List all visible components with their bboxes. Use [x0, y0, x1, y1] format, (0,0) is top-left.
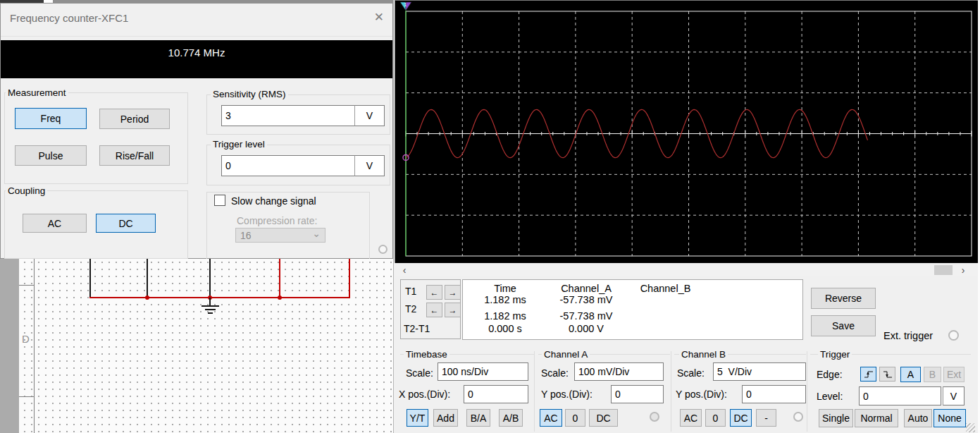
chevron-down-icon: ⌄ — [312, 228, 321, 239]
channel-b-ypos-label: Y pos.(Div): — [676, 389, 727, 400]
column-header-channel-b: Channel_B — [625, 283, 706, 294]
save-button[interactable]: Save — [811, 315, 876, 336]
trigger-level-input[interactable]: 0 — [859, 386, 941, 405]
channel-b-ypos-input[interactable]: 0 — [742, 385, 806, 403]
close-icon[interactable]: ✕ — [374, 10, 384, 25]
reverse-button[interactable]: Reverse — [811, 288, 876, 309]
dt-time: 0.000 s — [463, 323, 547, 334]
channel-b-scale-input[interactable]: 5 V/Div — [713, 362, 806, 381]
timebase-scale-input[interactable]: 100 ns/Div — [438, 362, 528, 381]
wire-junction — [278, 295, 282, 300]
slow-change-checkbox[interactable] — [214, 195, 225, 206]
falling-edge-icon[interactable] — [879, 367, 895, 382]
rising-edge-icon[interactable] — [860, 367, 876, 382]
wire-vertical[interactable] — [147, 259, 148, 298]
channel-b-label: Channel B — [679, 349, 728, 360]
trigger-auto-button[interactable]: Auto — [904, 409, 932, 427]
channel-a-label: Channel A — [542, 349, 590, 360]
column-header-channel-a: Channel_A — [547, 283, 625, 294]
timebase-xpos-input[interactable]: 0 — [464, 385, 528, 403]
t1-right-arrow-button[interactable]: → — [445, 285, 461, 300]
trigger-b-button[interactable]: B — [924, 367, 941, 382]
scrollbar-thumb[interactable] — [934, 265, 953, 275]
channel-a-ac-button[interactable]: AC — [540, 409, 562, 427]
trigger-ext-button[interactable]: Ext — [943, 367, 965, 382]
add-button[interactable]: Add — [433, 409, 458, 427]
resize-grip[interactable] — [966, 423, 975, 432]
ab-button[interactable]: A/B — [499, 409, 523, 427]
trigger-label: Trigger — [818, 349, 852, 360]
sensitivity-unit: V — [354, 105, 385, 126]
channel-a-terminal — [650, 412, 659, 422]
frequency-counter-window: Frequency counter-XFC1 ✕ 10.774 MHz Meas… — [0, 3, 393, 259]
trigger-level-label: Level: — [817, 391, 843, 402]
trigger-normal-button[interactable]: Normal — [855, 409, 898, 427]
trigger-level-unit: V — [354, 155, 385, 176]
wire-horizontal[interactable] — [89, 297, 350, 298]
section-separator — [807, 351, 807, 432]
titlebar-divider — [1, 36, 392, 37]
cursor-readout-table: Time Channel_A Channel_B 1.182 ms -57.73… — [462, 279, 803, 340]
freq-button[interactable]: Freq — [15, 108, 87, 129]
trigger-edge-label: Edge: — [817, 369, 843, 380]
channel-b-terminal — [793, 412, 803, 422]
compression-rate-value: 16 — [240, 230, 252, 241]
scroll-left-icon[interactable]: ‹ — [397, 264, 412, 276]
frequency-value: 10.774 MHz — [168, 47, 225, 59]
wire-vertical[interactable] — [349, 259, 350, 298]
multisim-workspace: D Frequency counter-XFC1 ✕ 10.774 MHz Me… — [0, 0, 980, 433]
wire-vertical[interactable] — [89, 259, 91, 298]
schematic-canvas[interactable] — [0, 259, 393, 433]
ba-button[interactable]: B/A — [466, 409, 490, 427]
sheet-row-divider — [19, 285, 35, 286]
trigger-level-input[interactable]: 0 — [221, 155, 355, 176]
rise-fall-button[interactable]: Rise/Fall — [99, 145, 170, 166]
coupling-group-label: Coupling — [6, 185, 47, 196]
slow-change-label: Slow change signal — [231, 195, 316, 207]
scope-display[interactable]: 1 — [395, 0, 978, 263]
trigger-level-unit: V — [943, 386, 965, 405]
svg-text:1: 1 — [404, 2, 407, 7]
t2-time: 1.182 ms — [463, 310, 547, 322]
pulse-button[interactable]: Pulse — [15, 145, 87, 166]
channel-b-minus-button[interactable]: - — [756, 409, 776, 427]
section-separator — [534, 351, 535, 432]
channel-b-dc-button[interactable]: DC — [730, 409, 752, 427]
t2-left-arrow-button[interactable]: ← — [426, 303, 442, 317]
input-terminal-indicator — [378, 245, 387, 254]
sensitivity-input[interactable]: 3 — [221, 105, 355, 126]
channel-a-scale-input[interactable]: 100 mV/Div — [574, 362, 664, 381]
coupling-ac-button[interactable]: AC — [23, 214, 87, 233]
trigger-none-button[interactable]: None — [934, 409, 966, 427]
channel-b-ac-button[interactable]: AC — [680, 409, 702, 427]
sheet-margin — [0, 259, 19, 433]
channel-b-zero-button[interactable]: 0 — [705, 409, 726, 427]
trigger-a-button[interactable]: A — [900, 367, 921, 382]
section-separator — [671, 351, 671, 432]
channel-a-scale-label: Scale: — [541, 367, 569, 379]
channel-b-scale-label: Scale: — [677, 367, 705, 379]
scope-scrollbar[interactable]: ‹ › — [395, 264, 977, 276]
channel-a-dc-button[interactable]: DC — [589, 409, 618, 427]
channel-a-zero-button[interactable]: 0 — [565, 409, 585, 427]
wire-junction — [145, 295, 149, 300]
wire-vertical[interactable] — [279, 259, 280, 298]
period-button[interactable]: Period — [99, 109, 170, 129]
channel-a-ypos-input[interactable]: 0 — [611, 385, 664, 403]
scroll-right-icon[interactable]: › — [955, 264, 971, 276]
timebase-label: Timebase — [404, 349, 449, 360]
t1-label: T1 — [405, 286, 416, 297]
wire-vertical[interactable] — [209, 259, 211, 298]
column-header-time: Time — [463, 283, 547, 294]
t2-right-arrow-button[interactable]: → — [445, 303, 461, 317]
coupling-dc-button[interactable]: DC — [96, 214, 156, 233]
t1-channel-a: -57.738 mV — [547, 294, 625, 305]
compression-rate-select[interactable]: 16 ⌄ — [235, 228, 325, 243]
t1-time: 1.182 ms — [463, 294, 547, 305]
trigger-level-group-label: Trigger level — [211, 139, 267, 150]
oscilloscope-window: 1 ‹ › T1 ← → T2 ← → T2-T1 Time Channel_A… — [393, 0, 978, 433]
t1-left-arrow-button[interactable]: ← — [426, 285, 442, 300]
yt-button[interactable]: Y/T — [407, 409, 428, 427]
trigger-single-button[interactable]: Single — [819, 409, 853, 427]
sheet-row-divider — [19, 396, 35, 397]
